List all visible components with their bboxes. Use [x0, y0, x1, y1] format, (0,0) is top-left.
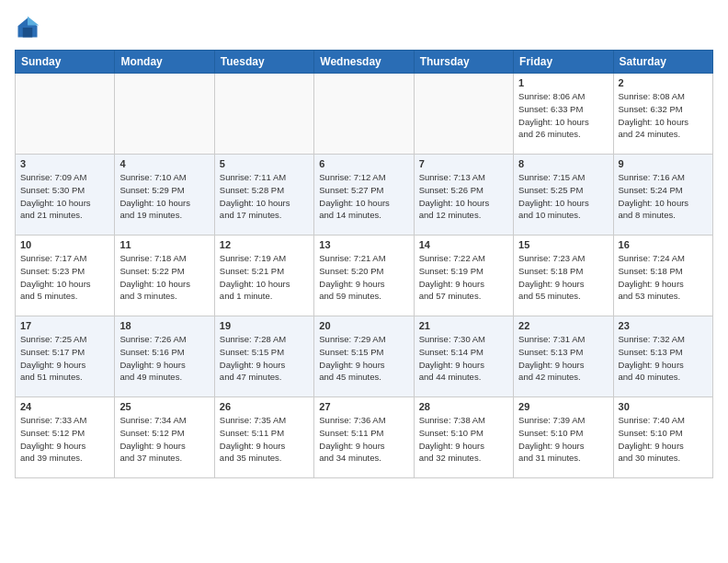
day-info: Sunrise: 7:17 AM Sunset: 5:23 PM Dayligh… — [20, 252, 109, 303]
day-info: Sunrise: 7:15 AM Sunset: 5:25 PM Dayligh… — [518, 171, 608, 222]
day-number: 26 — [220, 401, 309, 412]
calendar-cell: 29Sunrise: 7:39 AM Sunset: 5:10 PM Dayli… — [514, 397, 613, 478]
day-info: Sunrise: 7:32 AM Sunset: 5:13 PM Dayligh… — [619, 333, 708, 384]
calendar-cell — [16, 74, 115, 155]
weekday-header-row: SundayMondayTuesdayWednesdayThursdayFrid… — [16, 51, 713, 74]
week-row-2: 3Sunrise: 7:09 AM Sunset: 5:30 PM Daylig… — [16, 155, 713, 236]
calendar-cell: 15Sunrise: 7:23 AM Sunset: 5:18 PM Dayli… — [514, 236, 613, 316]
calendar-table: SundayMondayTuesdayWednesdayThursdayFrid… — [15, 50, 713, 478]
day-number: 24 — [20, 401, 109, 412]
day-number: 11 — [119, 239, 209, 250]
day-number: 18 — [119, 320, 209, 331]
calendar-cell: 25Sunrise: 7:34 AM Sunset: 5:12 PM Dayli… — [115, 397, 214, 478]
weekday-header-sunday: Sunday — [16, 51, 115, 74]
day-info: Sunrise: 7:19 AM Sunset: 5:21 PM Dayligh… — [220, 252, 309, 303]
calendar-cell — [414, 74, 513, 155]
day-info: Sunrise: 7:11 AM Sunset: 5:28 PM Dayligh… — [220, 171, 309, 222]
calendar-cell — [214, 74, 313, 155]
day-number: 17 — [20, 320, 109, 331]
calendar-cell: 18Sunrise: 7:26 AM Sunset: 5:16 PM Dayli… — [115, 316, 214, 397]
svg-rect-2 — [23, 28, 33, 38]
day-info: Sunrise: 7:16 AM Sunset: 5:24 PM Dayligh… — [619, 171, 708, 222]
day-number: 25 — [119, 401, 209, 412]
page: SundayMondayTuesdayWednesdayThursdayFrid… — [0, 0, 728, 489]
day-info: Sunrise: 7:39 AM Sunset: 5:10 PM Dayligh… — [518, 414, 608, 465]
day-number: 23 — [619, 320, 708, 331]
calendar-cell: 2Sunrise: 8:08 AM Sunset: 6:32 PM Daylig… — [613, 74, 712, 155]
day-info: Sunrise: 7:33 AM Sunset: 5:12 PM Dayligh… — [20, 414, 109, 465]
day-number: 13 — [319, 239, 408, 250]
day-info: Sunrise: 7:35 AM Sunset: 5:11 PM Dayligh… — [220, 414, 309, 465]
day-number: 1 — [518, 77, 608, 88]
day-number: 19 — [220, 320, 309, 331]
calendar-cell: 27Sunrise: 7:36 AM Sunset: 5:11 PM Dayli… — [314, 397, 414, 478]
calendar-cell: 30Sunrise: 7:40 AM Sunset: 5:10 PM Dayli… — [613, 397, 712, 478]
day-info: Sunrise: 7:24 AM Sunset: 5:18 PM Dayligh… — [619, 252, 708, 303]
calendar-cell: 11Sunrise: 7:18 AM Sunset: 5:22 PM Dayli… — [115, 236, 214, 316]
day-number: 9 — [619, 158, 708, 169]
day-number: 20 — [319, 320, 408, 331]
week-row-4: 17Sunrise: 7:25 AM Sunset: 5:17 PM Dayli… — [16, 316, 713, 397]
day-info: Sunrise: 7:29 AM Sunset: 5:15 PM Dayligh… — [319, 333, 408, 384]
weekday-header-wednesday: Wednesday — [314, 51, 414, 74]
calendar-cell: 9Sunrise: 7:16 AM Sunset: 5:24 PM Daylig… — [613, 155, 712, 236]
day-number: 2 — [619, 77, 708, 88]
day-info: Sunrise: 7:31 AM Sunset: 5:13 PM Dayligh… — [518, 333, 608, 384]
week-row-3: 10Sunrise: 7:17 AM Sunset: 5:23 PM Dayli… — [16, 236, 713, 316]
calendar-cell: 8Sunrise: 7:15 AM Sunset: 5:25 PM Daylig… — [514, 155, 613, 236]
day-info: Sunrise: 8:06 AM Sunset: 6:33 PM Dayligh… — [518, 90, 608, 141]
day-info: Sunrise: 7:38 AM Sunset: 5:10 PM Dayligh… — [419, 414, 508, 465]
day-info: Sunrise: 7:18 AM Sunset: 5:22 PM Dayligh… — [119, 252, 209, 303]
calendar-cell: 16Sunrise: 7:24 AM Sunset: 5:18 PM Dayli… — [613, 236, 712, 316]
calendar-cell: 26Sunrise: 7:35 AM Sunset: 5:11 PM Dayli… — [214, 397, 313, 478]
calendar-cell: 3Sunrise: 7:09 AM Sunset: 5:30 PM Daylig… — [16, 155, 115, 236]
calendar-cell: 19Sunrise: 7:28 AM Sunset: 5:15 PM Dayli… — [214, 316, 313, 397]
day-info: Sunrise: 8:08 AM Sunset: 6:32 PM Dayligh… — [619, 90, 708, 141]
header — [15, 15, 713, 40]
day-info: Sunrise: 7:26 AM Sunset: 5:16 PM Dayligh… — [119, 333, 209, 384]
day-number: 22 — [518, 320, 608, 331]
day-number: 21 — [419, 320, 508, 331]
day-number: 10 — [20, 239, 109, 250]
calendar-cell: 28Sunrise: 7:38 AM Sunset: 5:10 PM Dayli… — [414, 397, 513, 478]
day-number: 16 — [619, 239, 708, 250]
weekday-header-saturday: Saturday — [613, 51, 712, 74]
day-number: 3 — [20, 158, 109, 169]
day-info: Sunrise: 7:30 AM Sunset: 5:14 PM Dayligh… — [419, 333, 508, 384]
day-info: Sunrise: 7:10 AM Sunset: 5:29 PM Dayligh… — [119, 171, 209, 222]
calendar-cell: 20Sunrise: 7:29 AM Sunset: 5:15 PM Dayli… — [314, 316, 414, 397]
logo — [15, 15, 44, 40]
calendar-cell: 13Sunrise: 7:21 AM Sunset: 5:20 PM Dayli… — [314, 236, 414, 316]
logo-icon — [15, 15, 40, 40]
weekday-header-thursday: Thursday — [414, 51, 513, 74]
day-info: Sunrise: 7:28 AM Sunset: 5:15 PM Dayligh… — [220, 333, 309, 384]
day-number: 14 — [419, 239, 508, 250]
calendar-cell: 6Sunrise: 7:12 AM Sunset: 5:27 PM Daylig… — [314, 155, 414, 236]
weekday-header-friday: Friday — [514, 51, 613, 74]
day-info: Sunrise: 7:23 AM Sunset: 5:18 PM Dayligh… — [518, 252, 608, 303]
calendar-cell: 12Sunrise: 7:19 AM Sunset: 5:21 PM Dayli… — [214, 236, 313, 316]
svg-marker-1 — [28, 17, 39, 26]
day-info: Sunrise: 7:22 AM Sunset: 5:19 PM Dayligh… — [419, 252, 508, 303]
day-info: Sunrise: 7:13 AM Sunset: 5:26 PM Dayligh… — [419, 171, 508, 222]
calendar-cell: 21Sunrise: 7:30 AM Sunset: 5:14 PM Dayli… — [414, 316, 513, 397]
day-info: Sunrise: 7:25 AM Sunset: 5:17 PM Dayligh… — [20, 333, 109, 384]
calendar-cell: 5Sunrise: 7:11 AM Sunset: 5:28 PM Daylig… — [214, 155, 313, 236]
day-number: 7 — [419, 158, 508, 169]
day-number: 27 — [319, 401, 408, 412]
day-number: 15 — [518, 239, 608, 250]
day-number: 28 — [419, 401, 508, 412]
calendar-cell: 24Sunrise: 7:33 AM Sunset: 5:12 PM Dayli… — [16, 397, 115, 478]
day-number: 29 — [518, 401, 608, 412]
calendar-cell: 17Sunrise: 7:25 AM Sunset: 5:17 PM Dayli… — [16, 316, 115, 397]
day-number: 4 — [119, 158, 209, 169]
day-info: Sunrise: 7:09 AM Sunset: 5:30 PM Dayligh… — [20, 171, 109, 222]
calendar-cell: 14Sunrise: 7:22 AM Sunset: 5:19 PM Dayli… — [414, 236, 513, 316]
calendar-cell: 1Sunrise: 8:06 AM Sunset: 6:33 PM Daylig… — [514, 74, 613, 155]
day-info: Sunrise: 7:12 AM Sunset: 5:27 PM Dayligh… — [319, 171, 408, 222]
calendar-cell: 22Sunrise: 7:31 AM Sunset: 5:13 PM Dayli… — [514, 316, 613, 397]
day-number: 8 — [518, 158, 608, 169]
week-row-5: 24Sunrise: 7:33 AM Sunset: 5:12 PM Dayli… — [16, 397, 713, 478]
day-info: Sunrise: 7:34 AM Sunset: 5:12 PM Dayligh… — [119, 414, 209, 465]
day-info: Sunrise: 7:40 AM Sunset: 5:10 PM Dayligh… — [619, 414, 708, 465]
